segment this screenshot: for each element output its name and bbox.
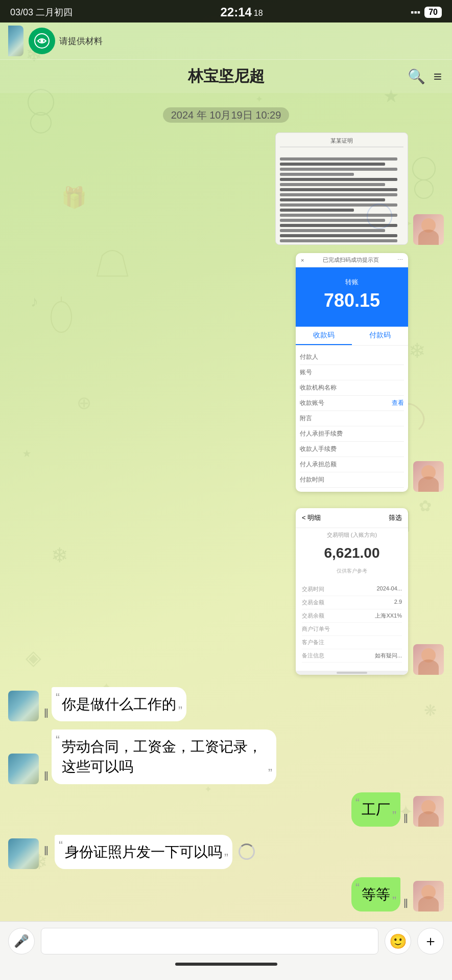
bubble-shenfenzheng: 身份证照片发一下可以吗 [55, 835, 232, 869]
msg-row-zuoshi: ǁ 你是做什么工作的 [8, 687, 444, 721]
signal-icon: ▪▪▪ [411, 7, 420, 18]
avatar-beach-1 [8, 691, 39, 721]
msg-row-dengdeng: 等等 ǁ [8, 877, 444, 911]
date-separator: 2024 年 10月19日 10:29 [8, 108, 444, 122]
more-button[interactable]: ＋ [417, 928, 444, 954]
avatar-beach-2 [8, 754, 39, 784]
status-time: 22:14 [220, 5, 251, 19]
msg-with-tick-4: 等等 ǁ [351, 877, 408, 911]
status-right: ▪▪▪ 70 [411, 7, 442, 18]
emoji-icon: 🙂 [389, 933, 407, 950]
chat-container: 03/03 二月初四 22:14 18 ▪▪▪ 70 请提供材料 林 [0, 0, 452, 980]
tick-left-1: ǁ [44, 707, 49, 718]
payment-header: 转账 780.15 [296, 267, 408, 327]
bank-rows: 交易时间 2024-04... 交易金额 2.9 交易余额 上海XX1% 商户订… [296, 579, 408, 667]
tick-right-2: ǁ [403, 897, 408, 908]
payment-row-3: 收款机构名称 [300, 380, 404, 396]
search-icon[interactable]: 🔍 [408, 68, 425, 85]
msg-row-gongchang: 工厂 ǁ [8, 792, 444, 827]
bank-row-3: 交易余额 上海XX1% [302, 609, 402, 623]
msg-with-tick-1: ǁ 你是做什么工作的 [44, 687, 186, 721]
payment-top-bar: × 已完成扫码成功提示页 ⋯ [296, 253, 408, 267]
notification-circle [29, 28, 55, 54]
tick-right-1: ǁ [403, 812, 408, 824]
avatar-girl-3 [413, 644, 444, 675]
msg-with-tick-3: 工厂 ǁ [351, 792, 408, 827]
msg-row-shenfenzheng: ǁ 身份证照片发一下可以吗 [8, 835, 444, 869]
avatar-girl-2 [413, 461, 444, 492]
more-icon: ＋ [423, 931, 438, 951]
payment-row-8: 付人承担总额 [300, 457, 404, 472]
payment-row-9: 付款时间 [300, 472, 404, 488]
header-icons: 🔍 ≡ [408, 68, 442, 85]
home-indicator [8, 954, 444, 970]
payment-tab-1[interactable]: 收款码 [296, 327, 352, 345]
svg-point-30 [40, 39, 43, 42]
bubble-dengdeng-text: 等等 [362, 886, 390, 902]
bubble-zuoshi-text: 你是做什么工作的 [62, 696, 176, 712]
payment-row-2: 账号 [300, 365, 404, 380]
loading-spinner [239, 844, 255, 860]
bubble-dengdeng: 等等 [351, 877, 400, 911]
msg-row-bank: < 明细 筛选 交易明细 (入账方向) 6,621.00 仅供客户参考 交易时间… [8, 500, 444, 675]
avatar-girl-5 [413, 881, 444, 911]
payment-row-4: 收款账号查看 [300, 396, 404, 411]
mic-button[interactable]: 🎤 [8, 928, 35, 954]
bank-row-4: 商户订单号 [302, 623, 402, 636]
message-input[interactable] [41, 928, 378, 954]
bubble-gongchang: 工厂 [351, 792, 400, 827]
prev-avatar [8, 26, 23, 56]
bank-row-5: 客户备注 [302, 636, 402, 649]
prev-message-text: 请提供材料 [59, 35, 444, 47]
doc-stamp [367, 203, 392, 229]
bank-header: < 明细 筛选 [296, 508, 408, 528]
avatar-girl-4 [413, 796, 444, 827]
prev-message-bar: 请提供材料 [0, 22, 452, 60]
status-date: 03/03 二月初四 [10, 6, 73, 18]
payment-header-label: 转账 [301, 278, 403, 287]
battery-badge: 70 [424, 7, 442, 18]
home-indicator-bar [175, 963, 277, 966]
status-left: 03/03 二月初四 [10, 6, 73, 18]
document-image[interactable]: 某某证明 [275, 132, 408, 245]
bank-note: 仅供客户参考 [296, 567, 408, 579]
payment-row-6: 付人承担手续费 [300, 426, 404, 442]
bank-subtitle: 交易明细 (入账方向) [296, 528, 408, 539]
bottom-input-row: 🎤 🙂 ＋ [8, 928, 444, 954]
bubble-zuoshi: 你是做什么工作的 [52, 687, 186, 721]
bank-row-2: 交易金额 2.9 [302, 596, 402, 609]
bubble-laodong-text: 劳动合同，工资金，工资记录，这些可以吗 [62, 739, 262, 774]
msg-row-payment: × 已完成扫码成功提示页 ⋯ 转账 780.15 收款码 付款码 付款人 [8, 253, 444, 492]
bubble-shenfenzheng-text: 身份证照片发一下可以吗 [65, 844, 222, 860]
messages-area: 2024 年 10月19日 10:29 某某证明 [0, 93, 452, 968]
bank-row-6: 备注信息 如有疑问... [302, 649, 402, 663]
doc-title: 某某证明 [280, 137, 403, 147]
payment-tab-2[interactable]: 付款码 [352, 327, 408, 345]
bank-bottom-bar [296, 671, 408, 675]
mic-icon: 🎤 [14, 934, 29, 948]
msg-shenfenzheng-wrapper: ǁ 身份证照片发一下可以吗 [44, 835, 255, 869]
msg-row-laodong: ǁ 劳动合同，工资金，工资记录，这些可以吗 [8, 730, 444, 784]
doc-lines [280, 157, 403, 245]
bubble-gongchang-text: 工厂 [362, 802, 390, 817]
menu-icon[interactable]: ≡ [434, 69, 442, 85]
status-time-small: 18 [254, 9, 263, 18]
bubble-laodong: 劳动合同，工资金，工资记录，这些可以吗 [52, 730, 276, 784]
chat-title: 林宝坚尼超 [188, 66, 265, 87]
bank-back[interactable]: < 明细 [302, 513, 321, 522]
header-bar: 林宝坚尼超 🔍 ≡ [0, 60, 452, 93]
bank-row-1: 交易时间 2024-04... [302, 583, 402, 596]
emoji-button[interactable]: 🙂 [385, 928, 411, 954]
payment-screenshot[interactable]: × 已完成扫码成功提示页 ⋯ 转账 780.15 收款码 付款码 付款人 [296, 253, 408, 492]
bank-amount: 6,621.00 [296, 539, 408, 567]
bank-screenshot[interactable]: < 明细 筛选 交易明细 (入账方向) 6,621.00 仅供客户参考 交易时间… [296, 508, 408, 675]
payment-row-5: 附言 [300, 411, 404, 426]
tick-left-3: ǁ [44, 845, 49, 856]
bottom-bar: 🎤 🙂 ＋ [0, 921, 452, 980]
status-bar: 03/03 二月初四 22:14 18 ▪▪▪ 70 [0, 0, 452, 22]
payment-rows: 付款人 账号 收款机构名称 收款账号查看 附言 付人承担手续 [296, 346, 408, 492]
payment-amount: 780.15 [301, 290, 403, 311]
msg-with-tick-2: ǁ 劳动合同，工资金，工资记录，这些可以吗 [44, 730, 276, 784]
msg-row: 某某证明 [8, 132, 444, 245]
bank-filter[interactable]: 筛选 [389, 513, 402, 522]
